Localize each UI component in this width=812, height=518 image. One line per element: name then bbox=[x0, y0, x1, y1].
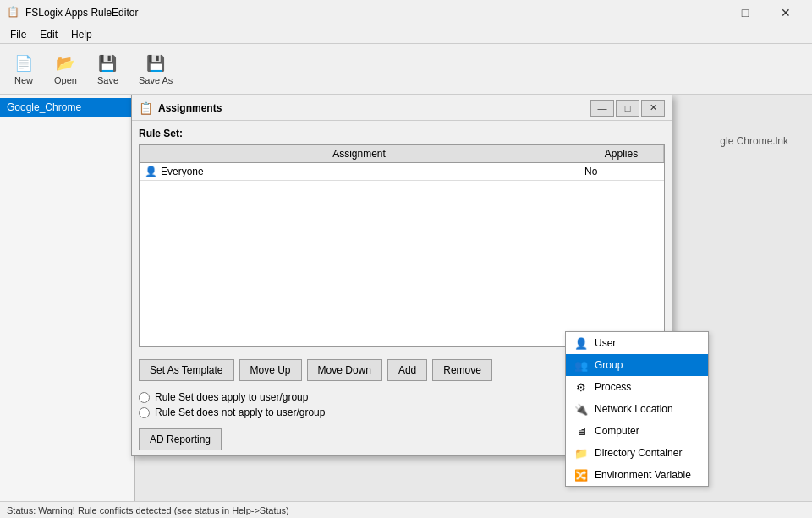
dropdown-group-label: Group bbox=[595, 359, 623, 371]
rule-list-item[interactable]: Google_Chrome bbox=[0, 98, 134, 117]
minimize-button[interactable]: — bbox=[685, 0, 724, 25]
user-icon: 👤 bbox=[574, 336, 588, 350]
computer-icon: 🖥 bbox=[574, 424, 588, 438]
maximize-button[interactable]: □ bbox=[726, 0, 765, 25]
menu-bar: File Edit Help bbox=[0, 25, 812, 44]
table-header-row: Assignment Applies bbox=[140, 145, 664, 163]
set-as-template-button[interactable]: Set As Template bbox=[139, 359, 234, 381]
add-dropdown-menu: 👤 User 👥 Group ⚙ Process 🔌 Network Locat… bbox=[565, 331, 709, 487]
dropdown-item-environment-variable[interactable]: 🔀 Environment Variable bbox=[566, 464, 708, 486]
menu-edit[interactable]: Edit bbox=[33, 27, 64, 42]
toolbar: 📄 New 📂 Open 💾 Save 💾 Save As bbox=[0, 44, 812, 95]
new-icon: 📄 bbox=[14, 53, 34, 74]
dropdown-user-label: User bbox=[595, 337, 616, 349]
app-title: FSLogix Apps RuleEditor bbox=[25, 7, 680, 19]
dialog-close-button[interactable]: ✕ bbox=[641, 100, 665, 117]
directory-container-icon: 📁 bbox=[574, 446, 588, 460]
dropdown-network-label: Network Location bbox=[595, 403, 673, 415]
rule-list: Google_Chrome bbox=[0, 95, 135, 501]
ad-reporting-button[interactable]: AD Reporting bbox=[139, 428, 222, 450]
saveas-icon: 💾 bbox=[145, 53, 166, 74]
table-row[interactable]: 👤 Everyone No bbox=[140, 163, 664, 181]
status-text: Status: Warning! Rule conflicts detected… bbox=[7, 505, 289, 515]
dropdown-item-group[interactable]: 👥 Group bbox=[566, 354, 708, 376]
title-bar: 📋 FSLogix Apps RuleEditor — □ ✕ bbox=[0, 0, 812, 25]
open-icon: 📂 bbox=[55, 53, 75, 74]
dropdown-item-user[interactable]: 👤 User bbox=[566, 332, 708, 354]
dropdown-item-network-location[interactable]: 🔌 Network Location bbox=[566, 398, 708, 420]
dialog-body: Rule Set: Assignment Applies 👤 Everyone … bbox=[132, 121, 672, 354]
move-down-button[interactable]: Move Down bbox=[307, 359, 382, 381]
dialog-controls: — □ ✕ bbox=[590, 100, 665, 117]
add-button[interactable]: Add bbox=[387, 359, 427, 381]
radio-apply[interactable] bbox=[139, 392, 150, 403]
dropdown-item-directory-container[interactable]: 📁 Directory Container bbox=[566, 442, 708, 464]
col-assignment-header: Assignment bbox=[140, 145, 579, 162]
dropdown-item-computer[interactable]: 🖥 Computer bbox=[566, 420, 708, 442]
dialog-minimize-button[interactable]: — bbox=[590, 100, 614, 117]
remove-button[interactable]: Remove bbox=[432, 359, 492, 381]
move-up-button[interactable]: Move Up bbox=[239, 359, 302, 381]
dropdown-item-process[interactable]: ⚙ Process bbox=[566, 376, 708, 398]
dropdown-directory-label: Directory Container bbox=[595, 447, 682, 459]
network-location-icon: 🔌 bbox=[574, 402, 588, 416]
status-bar: Status: Warning! Rule conflicts detected… bbox=[0, 501, 812, 518]
assignment-table: Assignment Applies 👤 Everyone No bbox=[139, 144, 665, 347]
col-applies-header: Applies bbox=[579, 145, 664, 162]
menu-file[interactable]: File bbox=[3, 27, 33, 42]
open-button[interactable]: 📂 Open bbox=[47, 50, 84, 89]
environment-variable-icon: 🔀 bbox=[574, 468, 588, 482]
window-controls: — □ ✕ bbox=[685, 0, 805, 25]
radio-not-apply[interactable] bbox=[139, 407, 150, 418]
dropdown-computer-label: Computer bbox=[595, 425, 639, 437]
process-icon: ⚙ bbox=[574, 380, 588, 394]
radio-apply-label: Rule Set does apply to user/group bbox=[155, 391, 308, 403]
new-button[interactable]: 📄 New bbox=[7, 50, 41, 89]
saveas-button[interactable]: 💾 Save As bbox=[132, 50, 179, 89]
main-content: Google_Chrome gle Chrome.lnk 📋 Assignmen… bbox=[0, 95, 812, 501]
dialog-title-bar: 📋 Assignments — □ ✕ bbox=[132, 95, 672, 121]
menu-help[interactable]: Help bbox=[64, 27, 99, 42]
dropdown-env-label: Environment Variable bbox=[595, 469, 691, 481]
rule-set-label: Rule Set: bbox=[139, 128, 665, 139]
app-icon: 📋 bbox=[7, 6, 20, 19]
close-button[interactable]: ✕ bbox=[766, 0, 805, 25]
radio-not-apply-label: Rule Set does not apply to user/group bbox=[155, 406, 325, 418]
dialog-icon: 📋 bbox=[139, 101, 153, 115]
group-icon: 👥 bbox=[574, 358, 588, 372]
assignment-name: Everyone bbox=[161, 166, 204, 177]
everyone-icon: 👤 bbox=[145, 166, 157, 177]
dialog-title: Assignments bbox=[158, 102, 585, 114]
dialog-maximize-button[interactable]: □ bbox=[616, 100, 639, 117]
save-icon: 💾 bbox=[97, 53, 118, 74]
save-button[interactable]: 💾 Save bbox=[91, 50, 125, 89]
dropdown-process-label: Process bbox=[595, 381, 631, 393]
assignment-cell: 👤 Everyone bbox=[140, 163, 579, 180]
applies-cell: No bbox=[579, 163, 664, 180]
